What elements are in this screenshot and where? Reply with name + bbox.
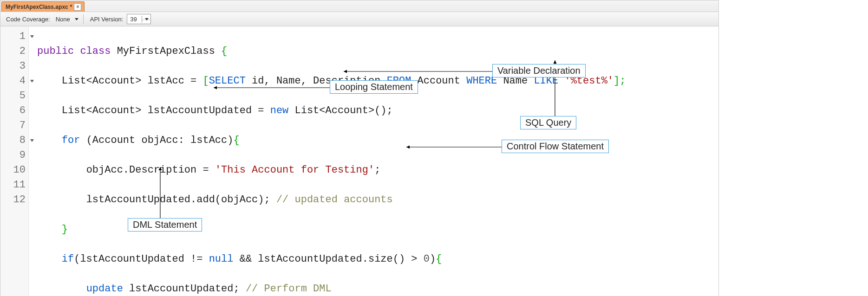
code-line: }: [37, 222, 718, 237]
line-number: 1: [0, 29, 28, 44]
line-number: 7: [0, 118, 28, 133]
toolbar-divider: [83, 14, 84, 24]
line-number: 8: [0, 133, 28, 148]
line-number: 10: [0, 163, 28, 178]
line-number: 6: [0, 103, 28, 118]
line-number: 12: [0, 193, 28, 207]
line-number: 4: [0, 74, 28, 89]
chevron-down-icon: [145, 18, 149, 20]
code-coverage-value: None: [54, 15, 72, 24]
tab-bar: MyFirstApexClass.apxc * ×: [0, 0, 718, 12]
code-line: if(lstAccountUpdated != null && lstAccou…: [37, 252, 718, 267]
editor-toolbar: Code Coverage: None API Version: 39: [0, 12, 718, 26]
line-number-gutter: 1 2 3 4 5 6 7 8 9 10 11 12: [0, 26, 29, 296]
code-line: for (Account objAcc: lstAcc){: [37, 133, 718, 148]
chevron-down-icon: [75, 18, 78, 20]
line-number: 5: [0, 89, 28, 103]
code-line: lstAccountUpdated.add(objAcc); // update…: [37, 193, 718, 207]
line-number: 3: [0, 59, 28, 74]
code-coverage-dropdown[interactable]: Code Coverage: None: [4, 15, 78, 24]
line-number: 2: [0, 44, 28, 59]
line-number: 11: [0, 178, 28, 193]
api-version-value: 39: [127, 16, 142, 23]
code-editor[interactable]: 1 2 3 4 5 6 7 8 9 10 11 12 public class …: [0, 26, 718, 296]
code-line: List<Account> lstAcc = [SELECT id, Name,…: [37, 74, 718, 89]
code-line: List<Account> lstAccountUpdated = new Li…: [37, 103, 718, 118]
api-version-select[interactable]: 39: [127, 14, 150, 24]
file-tab[interactable]: MyFirstApexClass.apxc * ×: [1, 1, 85, 12]
code-coverage-label: Code Coverage:: [4, 15, 52, 24]
close-tab-button[interactable]: ×: [74, 3, 81, 11]
code-line: objAcc.Description = 'This Account for T…: [37, 163, 718, 178]
api-version-group: API Version: 39: [88, 14, 151, 24]
code-line: update lstAccountUpdated; // Perform DML: [37, 282, 718, 296]
file-tab-title: MyFirstApexClass.apxc: [6, 4, 70, 10]
code-line: public class MyFirstApexClass {: [37, 44, 718, 59]
file-tab-dirty-indicator: *: [70, 4, 74, 10]
api-version-label: API Version:: [88, 15, 125, 24]
line-number: 9: [0, 148, 28, 163]
api-version-dropdown-button[interactable]: [142, 18, 150, 20]
code-area[interactable]: public class MyFirstApexClass { List<Acc…: [29, 26, 718, 296]
editor-frame: MyFirstApexClass.apxc * × Code Coverage:…: [0, 0, 719, 296]
